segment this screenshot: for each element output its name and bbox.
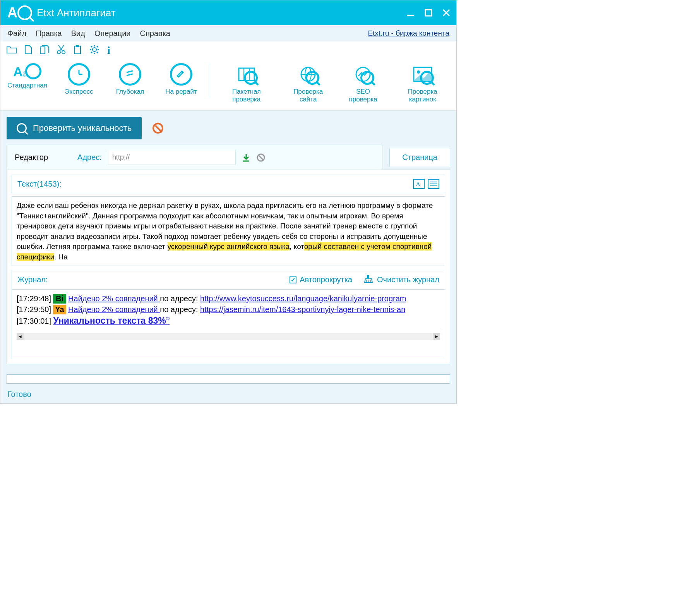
- progress-area: [0, 371, 456, 388]
- scroll-right-icon[interactable]: ►: [433, 333, 440, 340]
- cut-icon[interactable]: [57, 45, 65, 56]
- menu-file[interactable]: Файл: [7, 29, 26, 38]
- minimize-button[interactable]: [405, 7, 416, 18]
- tab-editor-label: Редактор: [15, 153, 48, 162]
- svg-line-17: [97, 46, 98, 47]
- tab-editor[interactable]: Редактор Адрес:: [7, 145, 382, 170]
- address-input[interactable]: [108, 150, 236, 165]
- close-button[interactable]: [441, 7, 452, 18]
- new-file-icon[interactable]: [24, 45, 32, 56]
- mode-label: Стандартная: [7, 82, 47, 89]
- text-mode-icon[interactable]: A|: [413, 179, 425, 189]
- svg-line-22: [127, 74, 133, 75]
- seo-check-button[interactable]: SEO проверка: [343, 63, 384, 103]
- svg-rect-1: [425, 10, 432, 16]
- info-icon[interactable]: i: [107, 44, 110, 57]
- toolbar-separator: [210, 63, 210, 98]
- progress-bar: [7, 374, 450, 384]
- horizontal-scrollbar[interactable]: ◄►: [17, 333, 440, 340]
- tab-page[interactable]: Страница: [389, 148, 450, 166]
- download-icon[interactable]: [242, 153, 250, 162]
- svg-point-10: [93, 48, 96, 51]
- editor-panel: Текст(1453): A| Даже если ваш ребенок ни…: [7, 170, 450, 364]
- clear-log-button[interactable]: Очистить журнал: [364, 274, 439, 285]
- mode-standard-button[interactable]: Aa Стандартная: [7, 63, 47, 96]
- window-title: Etxt Антиплагиат: [37, 7, 398, 19]
- check-uniqueness-button[interactable]: Проверить уникальность: [7, 117, 142, 139]
- svg-line-16: [97, 52, 98, 53]
- search-icon: [17, 123, 27, 133]
- stop-icon[interactable]: [153, 123, 163, 134]
- small-toolbar: i: [0, 41, 456, 59]
- mode-rewrite-button[interactable]: На рерайт: [162, 63, 200, 96]
- log-content[interactable]: [17:29:48] Bi Найдено 2% совпадений по а…: [12, 290, 445, 359]
- btn-label: Пакетная проверка: [219, 88, 274, 103]
- menu-ops[interactable]: Операции: [94, 29, 131, 38]
- svg-point-31: [417, 70, 420, 74]
- batch-check-button[interactable]: Пакетная проверка: [219, 63, 274, 103]
- svg-rect-9: [76, 45, 79, 47]
- uniqueness-result: Уникальность текста 83%©: [53, 316, 170, 326]
- app-logo-glass-icon: [17, 5, 32, 20]
- svg-line-39: [366, 280, 367, 283]
- text-header: Текст(1453):: [17, 180, 410, 189]
- settings-gear-icon[interactable]: [89, 45, 99, 56]
- log-entry[interactable]: [17:29:50] Ya Найдено 2% совпадений по а…: [17, 305, 440, 314]
- site-check-button[interactable]: Проверка сайта: [286, 63, 331, 103]
- list-mode-icon[interactable]: [428, 179, 439, 189]
- status-bar: Готово: [0, 388, 456, 403]
- menubar: Файл Правка Вид Операции Справка Etxt.ru…: [0, 25, 456, 41]
- maximize-button[interactable]: [423, 7, 434, 18]
- mode-label: Глубокая: [116, 88, 144, 96]
- log-label: Журнал:: [17, 275, 290, 284]
- svg-line-15: [91, 46, 92, 47]
- mode-label: На рерайт: [165, 88, 197, 96]
- titlebar: A Etxt Антиплагиат: [0, 0, 456, 25]
- btn-label: Проверка картинок: [396, 88, 449, 103]
- log-entry[interactable]: [17:29:48] Bi Найдено 2% совпадений по а…: [17, 294, 440, 304]
- svg-line-21: [127, 71, 133, 72]
- menu-view[interactable]: Вид: [71, 29, 85, 38]
- image-check-button[interactable]: Проверка картинок: [396, 63, 449, 103]
- etxt-link[interactable]: Etxt.ru - биржа контента: [368, 29, 449, 38]
- primary-label: Проверить уникальность: [33, 123, 132, 133]
- btn-label: Проверка сайта: [286, 88, 331, 103]
- mode-deep-button[interactable]: Глубокая: [111, 63, 149, 96]
- mode-label: Экспресс: [65, 88, 93, 96]
- text-content[interactable]: Даже если ваш ребенок никогда не держал …: [12, 196, 445, 266]
- app-logo-letter: A: [7, 5, 17, 21]
- btn-label: SEO проверка: [343, 88, 384, 103]
- big-toolbar: Aa Стандартная Экспресс Глубокая На рера…: [0, 59, 456, 111]
- address-stop-icon[interactable]: [257, 153, 265, 162]
- svg-line-34: [258, 155, 264, 160]
- autoscroll-checkbox[interactable]: ✓Автопрокрутка: [290, 275, 352, 284]
- svg-line-41: [370, 280, 371, 283]
- address-label: Адрес:: [77, 153, 102, 162]
- menu-edit[interactable]: Правка: [36, 29, 62, 38]
- svg-rect-38: [367, 275, 369, 279]
- scroll-left-icon[interactable]: ◄: [17, 333, 24, 340]
- menu-help[interactable]: Справка: [140, 29, 170, 38]
- open-folder-icon[interactable]: [7, 45, 17, 55]
- svg-line-18: [91, 52, 92, 53]
- mode-express-button[interactable]: Экспресс: [60, 63, 98, 96]
- brush-icon: [364, 274, 373, 285]
- paste-icon[interactable]: [73, 45, 82, 56]
- copy-file-icon[interactable]: [40, 45, 49, 56]
